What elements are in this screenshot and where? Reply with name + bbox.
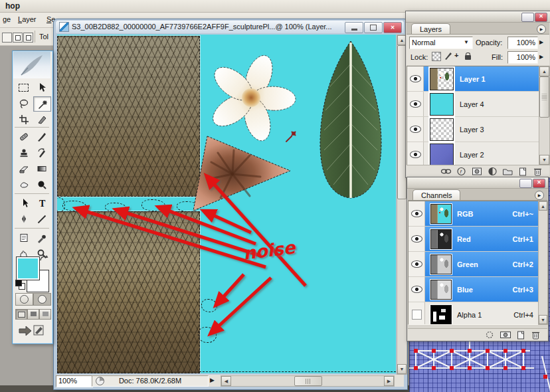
visibility-cell[interactable] [409,277,425,302]
adjustment-layer-icon[interactable] [488,167,498,176]
tab-channels[interactable]: Channels [412,189,460,200]
channel-row-green[interactable]: Green Ctrl+2 [409,252,539,277]
new-layer-icon[interactable] [518,167,528,176]
brush-tool[interactable] [33,130,50,144]
smudge-tool[interactable] [15,177,32,191]
scroll-up-icon[interactable]: ▲ [539,201,547,211]
edit-in-imageready-button[interactable] [18,324,46,338]
visibility-cell[interactable] [407,142,424,165]
layer-name[interactable]: Layer 1 [460,75,486,83]
add-layer-mask-icon[interactable] [472,167,483,176]
channel-thumbnail[interactable] [430,229,452,249]
opacity-field[interactable]: 100% [507,37,538,49]
scroll-down-icon[interactable]: ▼ [539,155,549,165]
path-selection-tool[interactable] [15,196,32,210]
magic-wand-tool[interactable] [33,96,51,112]
eye-icon[interactable] [410,75,421,82]
link-layers-icon[interactable] [440,167,452,176]
eye-icon[interactable] [411,235,422,243]
scroll-right-icon[interactable]: ▶ [384,376,394,386]
layer-name[interactable]: Layer 3 [460,126,484,134]
save-selection-icon[interactable] [500,330,511,340]
channel-row-blue[interactable]: Blue Ctrl+3 [409,277,539,302]
load-selection-icon[interactable] [484,330,495,340]
delete-layer-icon[interactable] [533,167,543,176]
lock-pixels-icon[interactable] [444,51,453,60]
eye-icon[interactable] [410,151,421,158]
fill-spinner-icon[interactable]: ▶ [539,54,543,60]
visibility-cell[interactable] [409,201,425,226]
layers-panel-header[interactable]: ✕ [406,11,550,23]
close-button[interactable]: ✕ [535,13,547,22]
eye-icon[interactable] [410,100,421,108]
lock-position-icon[interactable]: + [454,51,458,59]
delete-channel-icon[interactable] [531,330,541,340]
eye-icon[interactable] [411,210,422,217]
layer-name[interactable]: Layer 4 [460,100,484,108]
menu-layer[interactable]: Layer [18,15,37,23]
visibility-cell[interactable] [407,66,424,91]
fullscreen-mode-button[interactable] [39,309,51,320]
type-tool[interactable]: T [33,196,50,210]
zoom-field[interactable]: 100% [56,375,93,387]
foreground-color-swatch[interactable] [17,257,39,280]
layer-name[interactable]: Layer 2 [460,151,484,159]
fullscreen-menubar-mode-button[interactable] [27,309,39,320]
visibility-cell[interactable] [407,92,424,116]
layer-thumbnail[interactable] [430,144,454,166]
visibility-cell[interactable] [407,117,424,142]
slice-tool[interactable] [33,112,50,126]
layer-style-icon[interactable]: f [456,167,467,176]
layer-row-layer4[interactable]: Layer 4 [407,92,539,117]
new-channel-icon[interactable] [516,330,526,340]
channel-name[interactable]: Alpha 1 [457,311,482,319]
swap-colors-icon[interactable] [39,254,50,264]
crop-tool[interactable] [15,112,32,126]
lock-transparency-icon[interactable] [432,52,441,61]
close-button[interactable]: ✕ [533,179,545,188]
layer-row-layer1[interactable]: Layer 1 [407,66,539,92]
standard-screen-mode-button[interactable] [15,309,27,320]
quick-mask-mode-button[interactable] [33,293,51,306]
tab-layers[interactable]: Layers [411,23,450,34]
new-group-icon[interactable] [502,167,513,176]
channels-scrollbar[interactable]: ▲ ▼ [538,201,548,325]
channel-name[interactable]: RGB [457,210,473,218]
channel-thumbnail[interactable] [430,305,452,325]
layer-row-layer3[interactable]: Layer 3 [407,117,539,142]
selection-new-icon[interactable] [2,33,12,43]
notes-tool[interactable] [15,231,32,245]
channel-name[interactable]: Red [457,235,471,243]
panel-menu-icon[interactable]: ▶ [535,191,544,200]
canvas[interactable]: noise [57,35,396,373]
visibility-cell[interactable] [409,227,425,251]
eraser-tool[interactable] [15,161,32,175]
lasso-tool[interactable] [15,96,32,110]
menu-image-partial[interactable]: ge [3,15,11,23]
marquee-tool[interactable] [15,80,32,94]
channel-name[interactable]: Blue [457,286,473,294]
maximize-button[interactable] [364,22,383,33]
layers-scrollbar[interactable]: ▲ ▼ [539,66,550,165]
scroll-thumb[interactable] [539,76,549,118]
panel-menu-icon[interactable]: ▶ [537,25,546,34]
standard-mode-button[interactable] [15,293,33,306]
healing-brush-tool[interactable] [15,130,32,144]
channel-row-red[interactable]: Red Ctrl+1 [409,227,539,252]
visibility-cell[interactable] [409,252,425,276]
layer-thumbnail[interactable] [430,68,454,90]
layer-row-layer2[interactable]: Layer 2 [407,142,539,165]
eye-icon[interactable] [411,286,422,293]
line-tool[interactable] [33,212,50,226]
document-titlebar[interactable]: S3_00B2D882_00000000_AF7739766E2AFF9F_sc… [56,21,404,33]
channel-name[interactable]: Green [457,260,478,268]
status-flyout-icon[interactable]: ▶ [210,377,215,383]
channel-thumbnail[interactable] [430,280,452,300]
lock-all-icon[interactable] [465,55,471,60]
visibility-checkbox[interactable] [412,310,422,320]
gradient-tool[interactable] [33,161,50,175]
burn-tool[interactable] [33,177,50,191]
channel-thumbnail[interactable] [430,254,452,274]
dropdown-arrow-icon[interactable]: ▼ [464,39,469,45]
close-button[interactable]: ✕ [383,22,402,33]
